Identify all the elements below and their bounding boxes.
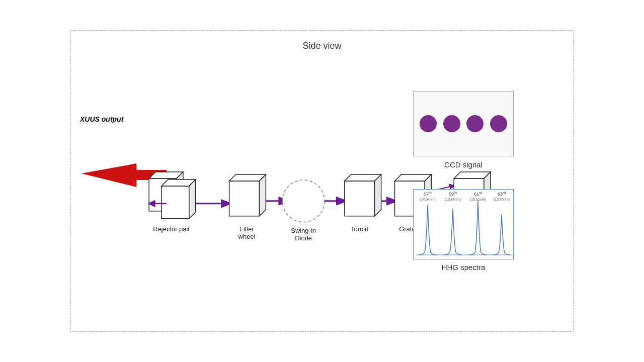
ccd-dot-2 [443, 115, 460, 132]
rejector-box2-front [162, 186, 189, 219]
optical-bench-svg: Rejector pair Filter wheel Swing-in Diod… [71, 31, 573, 331]
svg-text:59th: 59th [449, 191, 457, 197]
svg-text:(14.04nm): (14.04nm) [420, 198, 436, 202]
rejector-label: Rejector pair [153, 225, 190, 233]
filter-box-front [229, 181, 260, 216]
svg-text:61st: 61st [474, 191, 482, 197]
toroid-box-front [345, 181, 375, 216]
ccd-signal-box [413, 91, 514, 156]
svg-text:63rd: 63rd [498, 191, 506, 197]
ccd-dot-3 [466, 115, 484, 132]
toroid-label: Toroid [351, 225, 368, 233]
ccd-dot-4 [490, 115, 507, 132]
filter-box-right [259, 174, 266, 216]
hhg-spectra-svg: 57th (14.04nm) 59th (13.86nm) 61st (13.1… [414, 190, 514, 259]
main-diagram: Side view XUUS output [70, 30, 574, 332]
filter-label-line2: wheel [238, 233, 256, 240]
rejector-box2-right [189, 179, 196, 219]
ccd-dot-1 [420, 115, 437, 132]
filter-label-line1: Filter [239, 225, 254, 233]
hhg-spectra-label: HHG spectra [413, 263, 514, 272]
swinging-label-line1: Swing-in [291, 227, 316, 234]
toroid-box-right [375, 174, 381, 216]
svg-text:(12.70nm): (12.70nm) [494, 198, 510, 202]
ccd-signal-label: CCD signal [413, 160, 514, 169]
swing-in-circle [282, 180, 325, 222]
swinging-label-line2: Diode [295, 234, 312, 242]
hhg-spectra-box: 57th (14.04nm) 59th (13.86nm) 61st (13.1… [413, 189, 514, 259]
svg-text:57th: 57th [424, 191, 432, 197]
svg-text:(13.86nm): (13.86nm) [445, 198, 461, 202]
